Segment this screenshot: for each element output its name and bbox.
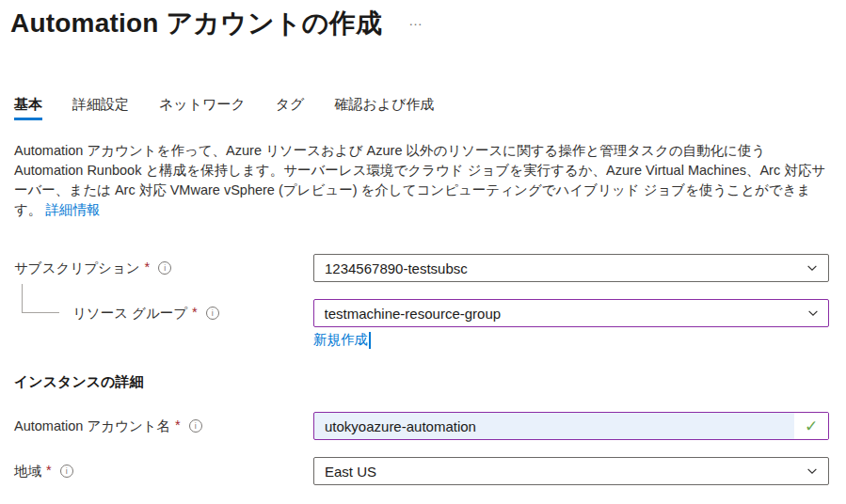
required-asterisk: * — [46, 463, 52, 478]
tab-label: 基本 — [14, 96, 42, 112]
tab-bar: 基本 詳細設定 ネットワーク タグ 確認および作成 — [14, 96, 837, 120]
page-header: Automation アカウントの作成 … — [14, 6, 837, 41]
account-name-input[interactable] — [314, 413, 794, 439]
instance-details-heading: インスタンスの詳細 — [14, 373, 837, 391]
resource-group-row: リソース グループ * i testmachine-resource-group — [14, 299, 837, 327]
subscription-value: 1234567890-testsubsc — [325, 260, 798, 276]
account-name-row: Automation アカウント名 * i ✓ — [14, 412, 837, 440]
learn-more-link[interactable]: 詳細情報 — [45, 202, 100, 217]
tab-label: 詳細設定 — [72, 96, 129, 112]
tab-review-create[interactable]: 確認および作成 — [334, 96, 434, 120]
chevron-down-icon — [806, 307, 820, 320]
required-asterisk: * — [192, 305, 198, 320]
info-glyph: i — [66, 466, 68, 476]
tab-label: 確認および作成 — [334, 96, 434, 112]
info-icon[interactable]: i — [60, 465, 73, 478]
text-caret — [369, 332, 371, 349]
validation-suffix: ✓ — [794, 413, 828, 439]
subscription-row: サブスクリプション * i 1234567890-testsubsc — [14, 254, 837, 282]
account-name-label: Automation アカウント名 — [14, 417, 170, 435]
required-asterisk: * — [145, 260, 151, 275]
info-icon[interactable]: i — [206, 307, 219, 320]
more-options-button[interactable]: … — [408, 13, 423, 27]
chevron-down-icon — [806, 261, 819, 275]
account-name-field: ✓ — [313, 412, 829, 440]
tab-label: タグ — [276, 96, 305, 112]
region-label: 地域 — [14, 463, 41, 480]
valid-check-icon: ✓ — [805, 417, 818, 436]
tab-networking[interactable]: ネットワーク — [159, 96, 246, 120]
subscription-label-group: サブスクリプション * i — [14, 260, 313, 277]
tab-label: ネットワーク — [159, 96, 246, 112]
region-dropdown[interactable]: East US — [313, 457, 829, 485]
tab-basics[interactable]: 基本 — [14, 96, 42, 120]
tree-connector — [22, 284, 59, 313]
resource-group-dropdown[interactable]: testmachine-resource-group — [313, 299, 829, 327]
region-row: 地域 * i East US — [14, 457, 837, 485]
page-title: Automation アカウントの作成 — [10, 6, 382, 41]
create-new-row: 新規作成 — [313, 331, 837, 349]
resource-group-label: リソース グループ — [72, 305, 187, 323]
create-automation-account-page: Automation アカウントの作成 … 基本 詳細設定 ネットワーク タグ … — [0, 0, 846, 504]
chevron-down-icon — [806, 465, 819, 478]
region-label-group: 地域 * i — [14, 463, 313, 480]
description-text: Automation アカウントを作って、Azure リソースおよび Azure… — [14, 143, 825, 217]
account-name-label-group: Automation アカウント名 * i — [14, 417, 313, 435]
subscription-dropdown[interactable]: 1234567890-testsubsc — [313, 254, 829, 282]
basics-form: サブスクリプション * i 1234567890-testsubsc リソース … — [14, 254, 837, 485]
tab-advanced[interactable]: 詳細設定 — [72, 96, 129, 120]
description-paragraph: Automation アカウントを作って、Azure リソースおよび Azure… — [14, 141, 837, 220]
create-new-link[interactable]: 新規作成 — [313, 331, 368, 349]
resource-group-value: testmachine-resource-group — [325, 306, 799, 322]
info-icon[interactable]: i — [189, 419, 202, 433]
info-glyph: i — [212, 308, 214, 318]
region-value: East US — [325, 464, 798, 480]
required-asterisk: * — [175, 417, 181, 433]
info-icon[interactable]: i — [158, 261, 171, 275]
subscription-label: サブスクリプション — [14, 260, 140, 277]
info-glyph: i — [195, 421, 197, 431]
info-glyph: i — [164, 263, 166, 273]
tab-tags[interactable]: タグ — [276, 96, 305, 120]
